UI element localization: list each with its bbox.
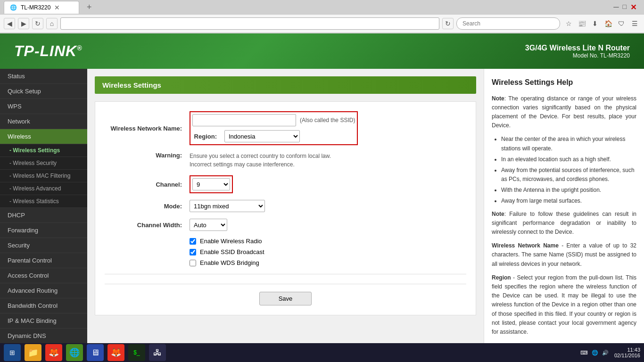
nav-icons: ☆ 📰 ⬇ 🏠 🛡 ☰: [563, 18, 640, 29]
sidebar-item-bandwidth-control[interactable]: Bandwidth Control: [0, 298, 87, 313]
enable-wireless-radio-label: Enable Wireless Radio: [200, 238, 262, 245]
tab-favicon: 🌐: [10, 4, 17, 11]
channel-row: Channel: 9: [105, 175, 466, 193]
taskbar-clock: 11:43 02/11/2016: [614, 347, 640, 355]
start-button[interactable]: ⊞: [4, 344, 21, 355]
nav-bar: ◀ ▶ ↻ ⌂ 192.168.0.1 ↻ ☆ 📰 ⬇ 🏠 🛡 ☰: [0, 14, 644, 33]
app-body: TP-LINK® 3G/4G Wireless Lite N Router Mo…: [0, 33, 644, 355]
enable-wireless-radio-row: Enable Wireless Radio: [190, 238, 466, 245]
back-button[interactable]: ◀: [4, 18, 15, 29]
taskbar-left: ⊞ 📁 🦊 🌐 🖥 🦊 $_ 🖧: [4, 344, 166, 355]
menu-icon[interactable]: ☰: [629, 18, 640, 29]
channel-box: 9: [190, 175, 233, 193]
sidebar-item-wireless-settings[interactable]: - Wireless Settings: [0, 144, 87, 157]
sidebar-item-wireless-mac-filtering[interactable]: - Wireless MAC Filtering: [0, 170, 87, 182]
checkbox-area: Enable Wireless Radio Enable SSID Broadc…: [190, 238, 466, 266]
sidebar-item-wireless[interactable]: Wireless: [0, 129, 87, 144]
terminal-button[interactable]: $_: [128, 344, 145, 355]
enable-ssid-broadcast-row: Enable SSID Broadcast: [190, 248, 466, 255]
help-bullet-5: Away from large metal surfaces.: [501, 197, 636, 206]
minimize-button[interactable]: ─: [613, 3, 619, 12]
help-bullet-4: With the Antenna in the upright position…: [501, 186, 636, 195]
home-icon[interactable]: 🏠: [603, 18, 614, 29]
network-name-label: Wireless Network Name:: [105, 125, 190, 132]
bookmark-star-icon[interactable]: ☆: [563, 18, 574, 29]
region-select[interactable]: Indonesia: [224, 130, 300, 142]
maximize-button[interactable]: □: [623, 3, 627, 12]
sidebar-item-status[interactable]: Status: [0, 69, 87, 84]
sidebar-item-dynamic-dns[interactable]: Dynamic DNS: [0, 329, 87, 344]
taskbar-right: ⌨ 🌐 🔊 11:43 02/11/2016: [580, 347, 640, 355]
chrome-button[interactable]: 🌐: [66, 344, 83, 355]
taskbar: ⊞ 📁 🦊 🌐 🖥 🦊 $_ 🖧 ⌨ 🌐 🔊 11:43: [0, 343, 644, 355]
firefox2-button[interactable]: 🦊: [107, 344, 124, 355]
date-display: 02/11/2016: [614, 353, 640, 355]
reader-icon[interactable]: 📰: [576, 18, 587, 29]
mode-row: Mode: 11bgn mixed: [105, 200, 466, 212]
sidebar-item-advanced-routing[interactable]: Advanced Routing: [0, 283, 87, 298]
channel-width-select[interactable]: Auto: [190, 219, 227, 231]
sidebar-item-ip-mac-binding[interactable]: IP & MAC Binding: [0, 313, 87, 329]
go-button[interactable]: ↻: [442, 18, 454, 29]
mode-select[interactable]: 11bgn mixed: [190, 200, 265, 212]
help-panel: Wireless Settings Help Note: The operati…: [484, 69, 644, 355]
sidebar-item-parental-control[interactable]: Parental Control: [0, 253, 87, 268]
mode-label: Mode:: [105, 203, 190, 210]
enable-wds-bridging-row: Enable WDS Bridging: [190, 259, 466, 266]
volume-icon: 🔊: [602, 350, 609, 355]
model-info: 3G/4G Wireless Lite N Router Model No. T…: [525, 44, 630, 59]
search-input[interactable]: [456, 17, 560, 30]
channel-select[interactable]: 9: [192, 178, 230, 190]
vm-button[interactable]: 🖥: [87, 344, 104, 355]
ssid-note: (Also called the SSID): [300, 117, 355, 123]
title-bar: 🌐 TL-MR3220 ✕ + ─ □ ✕: [0, 0, 644, 14]
enable-wireless-radio-checkbox[interactable]: [190, 238, 196, 245]
network-name-input[interactable]: Penerima2: [192, 114, 296, 126]
shield-icon[interactable]: 🛡: [616, 18, 627, 29]
sidebar-item-wireless-statistics[interactable]: - Wireless Statistics: [0, 195, 87, 208]
network-name-box: Penerima2 (Also called the SSID) Region:…: [190, 111, 358, 145]
browser-chrome: 🌐 TL-MR3220 ✕ + ─ □ ✕ ◀ ▶ ↻ ⌂ 192.168.0.…: [0, 0, 644, 33]
home-button[interactable]: ⌂: [46, 18, 58, 29]
help-bullet-3: Away from the potential sources of inter…: [501, 166, 636, 184]
sidebar-item-wireless-security[interactable]: - Wireless Security: [0, 157, 87, 170]
file-manager-button[interactable]: 📁: [25, 344, 41, 355]
browser-tab[interactable]: 🌐 TL-MR3220 ✕: [4, 1, 79, 14]
sidebar-item-quick-setup[interactable]: Quick Setup: [0, 84, 87, 99]
sidebar-item-network[interactable]: Network: [0, 114, 87, 129]
tab-close-button[interactable]: ✕: [54, 4, 60, 11]
tab-title: TL-MR3220: [21, 4, 50, 11]
remote-button[interactable]: 🖧: [149, 344, 166, 355]
enable-wds-bridging-checkbox[interactable]: [190, 260, 196, 266]
tp-link-logo: TP-LINK®: [14, 42, 83, 60]
help-title: Wireless Settings Help: [492, 76, 636, 89]
sidebar-item-wps[interactable]: WPS: [0, 99, 87, 114]
main-panel: Wireless Settings Wireless Network Name:…: [87, 69, 484, 355]
help-bullet-1: Near the center of the area in which you…: [501, 135, 636, 153]
channel-width-row: Channel Width: Auto: [105, 219, 466, 231]
taskbar-system-icons: ⌨ 🌐 🔊: [580, 350, 609, 355]
forward-button[interactable]: ▶: [18, 18, 29, 29]
enable-ssid-broadcast-label: Enable SSID Broadcast: [200, 248, 264, 255]
help-note2: Note: Failure to follow these guidelines…: [492, 210, 636, 237]
section-header: Wireless Settings: [95, 76, 476, 94]
warning-text: Ensure you select a correct country to c…: [190, 152, 331, 169]
sidebar-item-forwarding[interactable]: Forwarding: [0, 223, 87, 238]
download-icon[interactable]: ⬇: [589, 18, 601, 29]
sidebar-item-dhcp[interactable]: DHCP: [0, 208, 87, 223]
sidebar-item-access-control[interactable]: Access Control: [0, 268, 87, 283]
refresh-button[interactable]: ↻: [32, 18, 43, 29]
sidebar-item-security[interactable]: Security: [0, 238, 87, 253]
address-bar[interactable]: 192.168.0.1: [60, 17, 439, 30]
new-tab-button[interactable]: +: [83, 0, 96, 14]
enable-wds-bridging-label: Enable WDS Bridging: [200, 259, 259, 266]
page-content: Wireless Settings Wireless Network Name:…: [87, 69, 484, 330]
help-note1: Note: The operating distance or range of…: [492, 94, 636, 131]
close-button[interactable]: ✕: [630, 3, 636, 12]
save-button[interactable]: Save: [259, 292, 312, 305]
sidebar-item-wireless-advanced[interactable]: - Wireless Advanced: [0, 182, 87, 195]
enable-ssid-broadcast-checkbox[interactable]: [190, 249, 196, 255]
firefox-button[interactable]: 🦊: [45, 344, 62, 355]
help-region: Region - Select your region from the pul…: [492, 273, 636, 337]
keyboard-icon: ⌨: [580, 350, 588, 355]
